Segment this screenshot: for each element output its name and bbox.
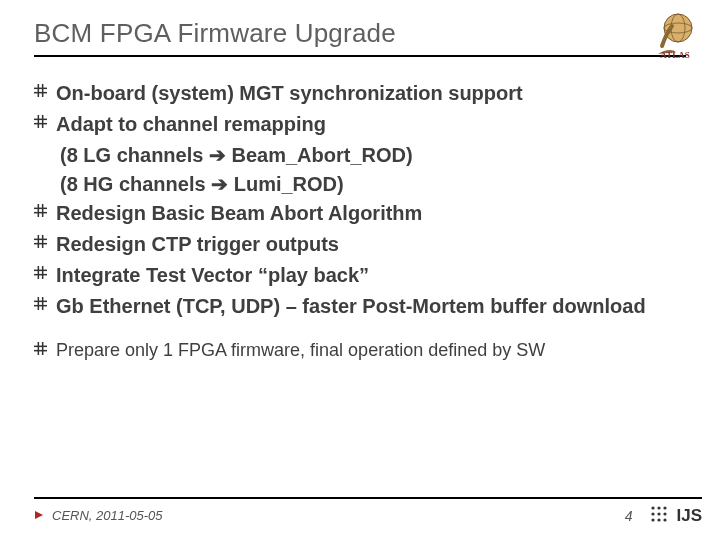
ijs-logo-icon [650,505,668,526]
slide-footer: CERN, 2011-05-05 4 IJS [34,497,702,526]
atlas-logo-icon: ATLAS [648,6,702,60]
svg-point-34 [658,506,661,509]
header-divider [34,55,686,57]
svg-text:ATLAS: ATLAS [660,50,689,60]
tictactoe-bullet-icon [34,84,56,97]
bullet-text: Redesign CTP trigger outputs [56,230,339,259]
svg-point-36 [652,512,655,515]
footer-divider [34,497,702,499]
svg-point-39 [652,518,655,521]
tictactoe-bullet-icon [34,297,56,310]
bullet-text: Adapt to channel remapping [56,110,326,139]
bullet-item-secondary: Prepare only 1 FPGA firmware, final oper… [34,337,686,363]
footer-right: 4 IJS [625,505,702,526]
svg-point-38 [664,512,667,515]
bullet-text: Integrate Test Vector “play back” [56,261,369,290]
footer-row: CERN, 2011-05-05 4 IJS [34,505,702,526]
slide: BCM FPGA Firmware Upgrade ATLAS On-board… [0,0,720,540]
bullet-item: Integrate Test Vector “play back” [34,261,686,290]
footer-left: CERN, 2011-05-05 [34,508,163,523]
tictactoe-bullet-icon [34,235,56,248]
tictactoe-bullet-icon [34,204,56,217]
svg-point-35 [664,506,667,509]
ijs-label: IJS [676,506,702,526]
bullet-text: Prepare only 1 FPGA firmware, final oper… [56,337,545,363]
bullet-item: Redesign Basic Beam Abort Algorithm [34,199,686,228]
slide-title: BCM FPGA Firmware Upgrade [34,18,396,49]
page-number: 4 [625,508,633,524]
svg-point-40 [658,518,661,521]
tictactoe-bullet-icon [34,342,56,355]
bullet-item: Redesign CTP trigger outputs [34,230,686,259]
bullet-text: Redesign Basic Beam Abort Algorithm [56,199,422,228]
bullet-subtext: (8 HG channels ➔ Lumi_ROD) [60,170,686,199]
bullet-item: Adapt to channel remapping [34,110,686,139]
bullet-text: On-board (system) MGT synchronization su… [56,79,523,108]
svg-marker-32 [35,511,43,519]
svg-point-41 [664,518,667,521]
bullet-item: On-board (system) MGT synchronization su… [34,79,686,108]
svg-point-37 [658,512,661,515]
play-triangle-icon [34,508,44,523]
tictactoe-bullet-icon [34,266,56,279]
svg-point-33 [652,506,655,509]
tictactoe-bullet-icon [34,115,56,128]
bullet-item: Gb Ethernet (TCP, UDP) – faster Post-Mor… [34,292,686,321]
bullet-subtext: (8 LG channels ➔ Beam_Abort_ROD) [60,141,686,170]
content-area: On-board (system) MGT synchronization su… [34,79,686,363]
slide-header: BCM FPGA Firmware Upgrade ATLAS [34,18,686,49]
bullet-text: Gb Ethernet (TCP, UDP) – faster Post-Mor… [56,292,646,321]
footer-location-date: CERN, 2011-05-05 [52,508,163,523]
